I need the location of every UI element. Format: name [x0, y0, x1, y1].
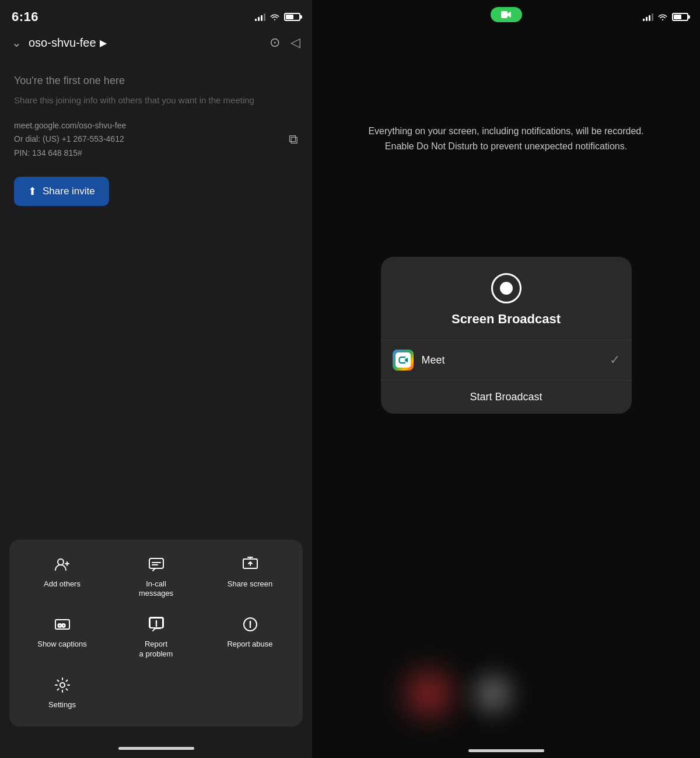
settings-label: Settings: [48, 700, 76, 710]
status-bar-left: 6:16: [0, 0, 312, 30]
share-invite-label: Share invite: [43, 186, 95, 197]
action-show-captions[interactable]: CC Show captions: [15, 610, 109, 665]
home-indicator-left: [0, 738, 312, 758]
home-indicator-right: [312, 749, 700, 752]
meet-header: ⌄ oso-shvu-fee ▶ ⊙ ◁: [0, 30, 312, 57]
first-one-text: You're the first one here: [14, 75, 298, 87]
show-captions-label: Show captions: [37, 640, 87, 649]
share-invite-button[interactable]: ⬆ Share invite: [14, 177, 109, 206]
svg-text:CC: CC: [58, 623, 65, 628]
left-panel: 6:16 ⌄ oso-shvu-fee ▶ ⊙: [0, 0, 312, 758]
chevron-down-icon[interactable]: ⌄: [12, 36, 22, 50]
svg-rect-1: [149, 558, 163, 568]
blob-red: [394, 659, 464, 729]
svg-rect-9: [501, 11, 508, 18]
add-person-icon: [54, 556, 71, 575]
right-panel: Everything on your screen, including not…: [312, 0, 700, 758]
action-report-abuse[interactable]: Report abuse: [203, 610, 297, 665]
action-report-problem[interactable]: Reporta problem: [109, 610, 203, 665]
share-info-text: Share this joining info with others that…: [14, 94, 298, 107]
start-broadcast-button[interactable]: Start Broadcast: [381, 380, 632, 414]
record-inner: [500, 282, 513, 295]
report-abuse-label: Report abuse: [227, 640, 272, 649]
svg-point-8: [60, 683, 65, 687]
home-bar-right: [468, 749, 544, 752]
svg-point-0: [58, 559, 64, 565]
chat-icon: [148, 556, 164, 575]
wifi-icon-right: [657, 13, 668, 21]
broadcast-card: Screen Broadcast Meet ✓ Start Broadcast: [381, 257, 632, 414]
broadcast-card-header: Screen Broadcast: [381, 257, 632, 340]
signal-icon: [255, 13, 265, 21]
svg-rect-10: [396, 352, 411, 368]
home-bar: [118, 747, 194, 750]
share-screen-label: Share screen: [228, 579, 272, 589]
meeting-code-display: oso-shvu-fee ▶: [29, 36, 107, 50]
exclamation-icon: [242, 616, 258, 635]
add-others-label: Add others: [44, 579, 80, 589]
meet-app-row[interactable]: Meet ✓: [381, 340, 632, 380]
incall-messages-label: In-callmessages: [139, 579, 173, 599]
camera-flip-icon[interactable]: ⊙: [270, 35, 280, 50]
gear-icon: [54, 677, 71, 696]
upload-icon: ⬆: [28, 185, 37, 198]
meet-active-pill: [491, 7, 522, 22]
audio-icon[interactable]: ◁: [290, 35, 300, 50]
start-broadcast-label: Start Broadcast: [470, 391, 542, 403]
header-icons: ⊙ ◁: [270, 35, 300, 50]
meet-app-icon: [393, 350, 414, 371]
meeting-arrow-icon: ▶: [100, 37, 107, 48]
status-icons: [255, 13, 300, 21]
action-settings[interactable]: Settings: [15, 671, 109, 716]
wifi-icon: [270, 13, 280, 21]
meet-app-label: Meet: [422, 354, 601, 366]
action-incall-messages[interactable]: In-callmessages: [109, 550, 203, 605]
battery-icon-right: [672, 13, 688, 21]
blob-white: [464, 665, 522, 723]
broadcast-description: Everything on your screen, including not…: [312, 89, 700, 153]
status-bar-right: [312, 0, 700, 30]
screen-share-icon: [242, 556, 258, 575]
time-display: 6:16: [12, 9, 38, 25]
meeting-link-block: meet.google.com/oso-shvu-fee Or dial: (U…: [14, 119, 298, 160]
checkmark-icon: ✓: [610, 352, 620, 368]
captions-icon: CC: [54, 616, 71, 635]
status-icons-right: [643, 13, 688, 21]
meeting-info: You're the first one here Share this joi…: [0, 57, 312, 528]
battery-icon: [284, 13, 300, 21]
signal-icon-right: [643, 13, 653, 21]
broadcast-title: Screen Broadcast: [452, 312, 561, 327]
video-camera-icon: [501, 11, 512, 19]
report-problem-label: Reporta problem: [139, 640, 173, 659]
actions-grid: Add others In-callmessages: [9, 540, 303, 726]
action-share-screen[interactable]: Share screen: [203, 550, 297, 605]
meeting-link: meet.google.com/oso-shvu-fee Or dial: (U…: [14, 119, 298, 160]
action-add-others[interactable]: Add others: [15, 550, 109, 605]
record-icon: [491, 273, 522, 303]
report-problem-icon: [148, 616, 164, 635]
copy-icon[interactable]: ⧉: [289, 132, 298, 147]
